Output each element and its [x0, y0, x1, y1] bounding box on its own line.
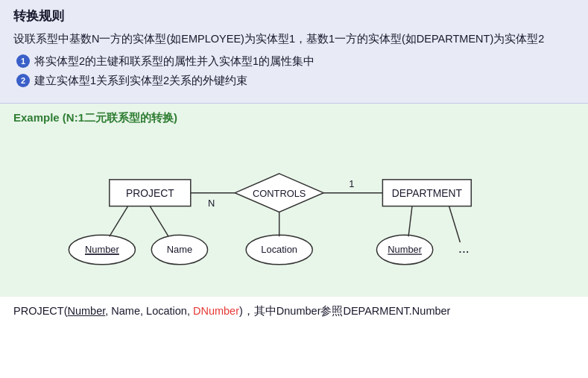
footer-text-before: PROJECT( [13, 305, 68, 317]
top-section: 转换规则 设联系型中基数N一方的实体型(如EMPLOYEE)为实体型1，基数1一… [0, 0, 588, 104]
n-cardinality-label: N [208, 197, 215, 208]
footer-text-middle: , Name, Location, [105, 305, 193, 317]
footer-text-after: )，其中Dnumber参照DEPARMENT.Number [239, 305, 450, 317]
svg-line-8 [150, 206, 168, 236]
dept-number-attr: Number [388, 244, 423, 255]
svg-line-13 [449, 206, 461, 242]
rule-item-2: 2 建立实体型1关系到实体型2关系的外键约束 [16, 73, 575, 89]
description: 设联系型中基数N一方的实体型(如EMPLOYEE)为实体型1，基数1一方的实体型… [13, 31, 575, 48]
proj-number-attr: Number [85, 244, 120, 255]
proj-name-attr: Name [167, 244, 192, 255]
rule-number-1: 1 [16, 54, 30, 68]
rule-text-1: 将实体型2的主键和联系型的属性并入实体型1的属性集中 [34, 54, 314, 70]
footer-underlined: Number [68, 305, 106, 317]
section-title: 转换规则 [13, 7, 575, 25]
project-entity-label: PROJECT [126, 186, 174, 198]
bottom-section: Example (N:1二元联系型的转换) PROJECT CONTROLS D… [0, 104, 588, 297]
dept-dots: ... [458, 241, 470, 256]
svg-line-6 [110, 206, 128, 236]
rule-text-2: 建立实体型1关系到实体型2关系的外键约束 [34, 73, 247, 89]
footer-section: PROJECT(Number, Name, Location, DNumber)… [0, 297, 588, 327]
one-cardinality-label: 1 [349, 177, 354, 189]
department-entity-label: DEPARTMENT [392, 186, 463, 198]
rule-item-1: 1 将实体型2的主键和联系型的属性并入实体型1的属性集中 [16, 54, 575, 70]
controls-entity-label: CONTROLS [253, 187, 306, 198]
er-diagram: PROJECT CONTROLS DEPARTMENT N 1 Number [13, 133, 575, 282]
svg-line-12 [408, 206, 412, 236]
diagram-area: PROJECT CONTROLS DEPARTMENT N 1 Number [13, 133, 575, 282]
footer-red-text: DNumber [193, 305, 239, 317]
example-title: Example (N:1二元联系型的转换) [13, 111, 575, 125]
rule-number-2: 2 [16, 74, 30, 87]
rule-list: 1 将实体型2的主键和联系型的属性并入实体型1的属性集中 2 建立实体型1关系到… [13, 54, 575, 89]
proj-location-attr: Location [261, 244, 297, 255]
